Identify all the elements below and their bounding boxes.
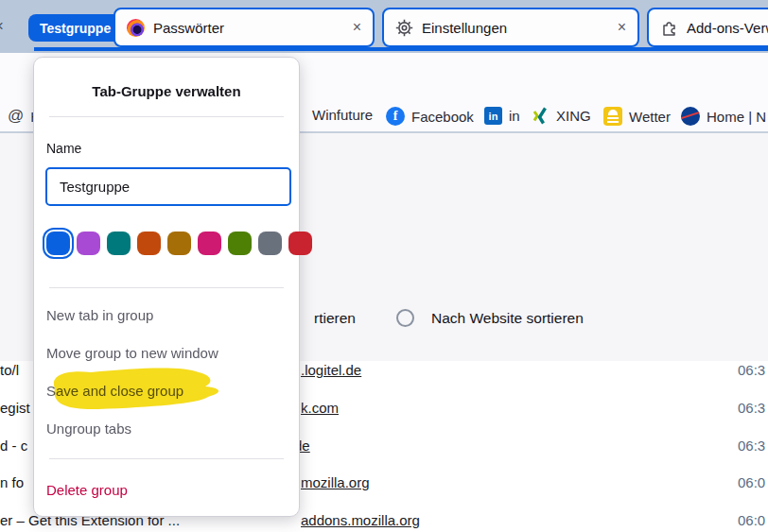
tab-addons[interactable]: Add-ons-Verw bbox=[647, 8, 768, 47]
tab-settings[interactable]: Einstellungen × bbox=[382, 8, 639, 47]
bookmark-label: Wetter bbox=[629, 109, 671, 125]
color-swatch-purple[interactable] bbox=[77, 232, 100, 255]
nasa-icon bbox=[681, 107, 700, 126]
tab-group-manage-popup: Tab-Gruppe verwalten Name New tab in gro… bbox=[33, 57, 300, 517]
close-icon[interactable]: × bbox=[353, 19, 361, 36]
menu-item-move-group-to-new-window[interactable]: Move group to new window bbox=[34, 334, 299, 371]
at-icon: @ bbox=[8, 107, 24, 126]
bookmark-label: XING bbox=[556, 108, 591, 124]
menu-item-new-tab-in-group[interactable]: New tab in group bbox=[34, 296, 299, 334]
divider bbox=[49, 116, 284, 117]
bookmark-item-wetter[interactable]: Wetter bbox=[603, 107, 671, 126]
divider bbox=[49, 458, 284, 459]
bookmark-item-nasa-home[interactable]: Home | N bbox=[681, 107, 766, 126]
bookmark-label: Facebook bbox=[411, 109, 474, 125]
gear-icon bbox=[395, 19, 413, 37]
visit-time: 06:3 bbox=[738, 438, 765, 454]
color-swatch-green[interactable] bbox=[228, 232, 252, 255]
menu-item-label: Move group to new window bbox=[46, 345, 218, 361]
menu-item-label: New tab in group bbox=[46, 307, 153, 323]
tab-title: Passwörter bbox=[153, 20, 224, 36]
weather-icon bbox=[603, 107, 622, 126]
tab-group-label[interactable]: Testgruppe bbox=[28, 14, 122, 42]
color-swatch-brown[interactable] bbox=[167, 232, 191, 255]
sort-option-partial-label: rtieren bbox=[314, 310, 356, 327]
website-link[interactable]: .logitel.de bbox=[301, 362, 361, 378]
sort-by-website-radio[interactable] bbox=[396, 309, 414, 327]
xing-icon bbox=[532, 107, 550, 125]
popup-title: Tab-Gruppe verwalten bbox=[34, 83, 299, 99]
facebook-icon: f bbox=[386, 107, 405, 126]
tab-strip: × Testgruppe Passwörter × Einstellungen … bbox=[0, 0, 768, 53]
page-title-fragment: d - c bbox=[0, 438, 27, 454]
bookmark-label: Winfuture bbox=[312, 107, 373, 123]
close-icon[interactable]: × bbox=[618, 19, 626, 36]
page-title-fragment: to/l bbox=[0, 362, 19, 378]
visit-time: 06:0 bbox=[738, 512, 765, 528]
tab-group-color-line bbox=[34, 47, 768, 51]
visit-time: 06:3 bbox=[738, 400, 765, 416]
tab-title: Add-ons-Verw bbox=[687, 20, 768, 36]
name-field-label: Name bbox=[46, 141, 81, 156]
tab-group-label-text: Testgruppe bbox=[40, 21, 111, 36]
partial-tab-close-icon[interactable]: × bbox=[0, 17, 4, 36]
bookmark-label: Home | N bbox=[707, 109, 766, 125]
bookmark-item-xing[interactable]: XING bbox=[532, 107, 591, 125]
website-link[interactable]: k.com bbox=[301, 400, 339, 416]
menu-item-ungroup-tabs[interactable]: Ungroup tabs bbox=[34, 409, 299, 447]
group-name-input[interactable] bbox=[45, 167, 291, 206]
menu-item-label: Delete group bbox=[46, 482, 128, 498]
visit-time: 06:0 bbox=[738, 474, 765, 490]
menu-item-label: Ungroup tabs bbox=[46, 420, 131, 437]
bookmark-item-winfuture[interactable]: Winfuture bbox=[312, 107, 373, 123]
color-swatch-magenta[interactable] bbox=[198, 232, 221, 255]
group-menu: New tab in group Move group to new windo… bbox=[34, 296, 299, 447]
menu-item-save-and-close-group[interactable]: Save and close group bbox=[34, 371, 299, 409]
visit-time: 06:3 bbox=[738, 362, 765, 378]
linkedin-icon: in bbox=[484, 107, 502, 125]
color-swatch-blue[interactable] bbox=[46, 232, 70, 255]
sort-by-website-label: Nach Website sortieren bbox=[431, 310, 584, 327]
bookmark-item-facebook[interactable]: f Facebook bbox=[386, 107, 474, 126]
puzzle-icon bbox=[660, 19, 678, 37]
color-swatch-teal[interactable] bbox=[107, 232, 131, 255]
page-title-fragment: n fo bbox=[0, 474, 24, 490]
page-title-fragment: egist bbox=[0, 400, 30, 416]
website-link[interactable]: addons.mozilla.org bbox=[301, 512, 420, 528]
menu-item-label: Save and close group bbox=[46, 383, 183, 399]
color-swatch-orange[interactable] bbox=[137, 232, 161, 255]
bookmark-item-linkedin[interactable]: in in bbox=[484, 107, 520, 125]
group-color-swatches bbox=[46, 232, 312, 255]
menu-item-delete-group[interactable]: Delete group bbox=[34, 471, 299, 508]
divider bbox=[49, 287, 284, 288]
bookmark-label: in bbox=[509, 108, 520, 124]
color-swatch-gray[interactable] bbox=[258, 232, 282, 255]
website-link[interactable]: mozilla.org bbox=[301, 474, 370, 490]
color-swatch-red[interactable] bbox=[288, 232, 312, 255]
tab-title: Einstellungen bbox=[422, 20, 507, 36]
firefox-icon bbox=[127, 19, 145, 37]
tab-passwords[interactable]: Passwörter × bbox=[113, 8, 375, 47]
